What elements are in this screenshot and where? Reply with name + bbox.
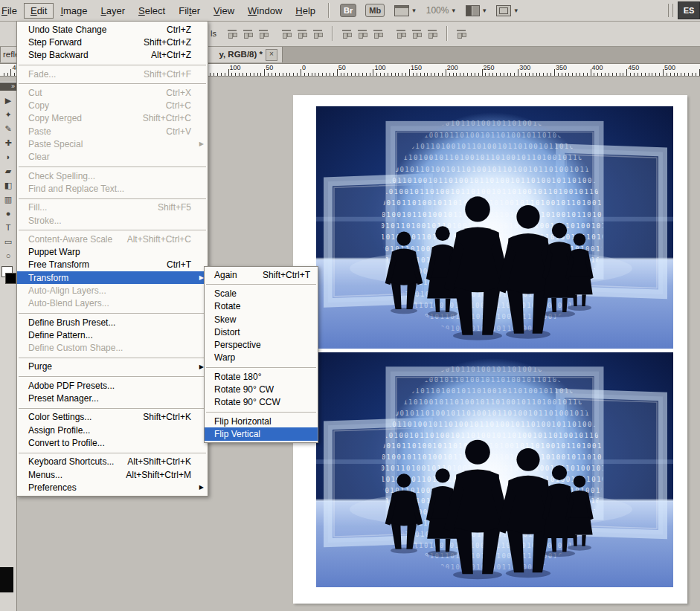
- background-color-swatch[interactable]: [5, 273, 16, 284]
- menu-item-transform[interactable]: Transform▶: [17, 271, 208, 284]
- menu-item-paste-special: Paste Special▶: [17, 138, 208, 150]
- menu-item-again[interactable]: AgainShift+Ctrl+T: [205, 268, 318, 281]
- ruler-tick: [594, 73, 594, 76]
- menu-item-distort[interactable]: Distort: [205, 326, 318, 338]
- type-tool-icon[interactable]: T: [0, 221, 16, 235]
- ruler-tick: [235, 73, 236, 76]
- magic-wand-tool-icon[interactable]: ✦: [0, 108, 16, 122]
- menu-item-perspective[interactable]: Perspective: [205, 338, 318, 351]
- eyedropper-tool-icon[interactable]: ✎: [0, 122, 16, 136]
- bridge-launcher-button[interactable]: Br: [340, 4, 356, 17]
- menu-item-label: Copy Merged: [28, 113, 82, 123]
- screen-mode-dropdown[interactable]: ▾: [496, 5, 518, 16]
- menubar-item-image[interactable]: Image: [54, 3, 94, 19]
- menubar-item-select[interactable]: Select: [132, 3, 172, 19]
- ruler-tick: [402, 73, 402, 76]
- view-extras-dropdown[interactable]: ▾: [394, 5, 416, 16]
- zoom-level-dropdown[interactable]: 100% ▾: [426, 5, 455, 16]
- align-top-edges-icon[interactable]: [227, 28, 238, 39]
- close-tab-icon[interactable]: ×: [266, 49, 277, 61]
- collapse-panel-icon[interactable]: »: [0, 83, 16, 91]
- minibridge-launcher-button[interactable]: Mb: [365, 4, 385, 17]
- menubar-item-view[interactable]: View: [207, 3, 241, 19]
- blur-tool-icon[interactable]: ●: [0, 207, 16, 221]
- menu-item-rotate-90-cw[interactable]: Rotate 90° CW: [205, 383, 318, 395]
- ruler-tick: [492, 73, 493, 76]
- ruler-tick: [489, 73, 489, 76]
- align-vertical-centers-icon[interactable]: [243, 28, 254, 39]
- menu-item-define-brush-preset[interactable]: Define Brush Preset...: [17, 316, 208, 329]
- menu-item-step-forward[interactable]: Step ForwardShift+Ctrl+Z: [17, 36, 208, 48]
- menu-item-preset-manager[interactable]: Preset Manager...: [17, 392, 208, 404]
- menu-item-step-backward[interactable]: Step BackwardAlt+Ctrl+Z: [17, 49, 208, 62]
- ruler-tick: [217, 73, 218, 76]
- menu-item-label: Stroke...: [28, 216, 62, 226]
- menu-separator: [19, 65, 206, 65]
- menu-item-label: Auto-Blend Layers...: [28, 298, 109, 308]
- auto-align-layers-icon[interactable]: [456, 28, 467, 39]
- align-horizontal-centers-icon[interactable]: [297, 28, 308, 39]
- shape-tool-icon[interactable]: ▭: [0, 235, 16, 249]
- ruler-tick: [293, 73, 294, 76]
- menubar-item-window[interactable]: Window: [241, 3, 289, 19]
- align-left-edges-icon[interactable]: [281, 28, 292, 39]
- eraser-tool-icon[interactable]: ◧: [0, 178, 16, 193]
- menu-item-puppet-warp[interactable]: Puppet Warp: [17, 245, 208, 258]
- zoom-tool-icon[interactable]: ○: [0, 249, 16, 263]
- menu-item-keyboard-shortcuts[interactable]: Keyboard Shortcuts...Alt+Shift+Ctrl+K: [17, 456, 208, 468]
- menu-item-flip-vertical[interactable]: Flip Vertical: [205, 427, 318, 440]
- gradient-tool-icon[interactable]: ▥: [0, 193, 16, 207]
- move-tool-icon[interactable]: ▶: [0, 94, 16, 108]
- arrange-documents-dropdown[interactable]: ▾: [466, 5, 487, 16]
- menu-item-flip-horizontal[interactable]: Flip Horizontal: [205, 415, 318, 427]
- healing-brush-tool-icon[interactable]: ✚: [0, 136, 16, 150]
- menu-item-define-pattern[interactable]: Define Pattern...: [17, 329, 208, 341]
- menu-item-assign-profile[interactable]: Assign Profile...: [17, 424, 208, 436]
- menu-item-skew[interactable]: Skew: [205, 313, 318, 326]
- workspace-switcher-button[interactable]: ES: [678, 1, 700, 19]
- distribute-horizontal-centers-icon[interactable]: [411, 28, 423, 39]
- ruler-tick: [539, 73, 540, 76]
- ruler-label: 100: [230, 64, 241, 71]
- menu-item-rotate-90-ccw[interactable]: Rotate 90° CCW: [205, 396, 318, 409]
- menu-item-label: Define Pattern...: [28, 330, 93, 340]
- ruler-tick: [250, 73, 251, 76]
- ruler-tick: [579, 73, 580, 76]
- ruler-tick: [652, 73, 652, 76]
- distribute-bottom-edges-icon[interactable]: [373, 28, 384, 39]
- distribute-top-edges-icon[interactable]: [341, 28, 353, 39]
- distribute-left-edges-icon[interactable]: [396, 28, 407, 39]
- menu-item-purge[interactable]: Purge▶: [17, 361, 208, 373]
- ruler-tick: [384, 73, 385, 76]
- menu-item-free-transform[interactable]: Free TransformCtrl+T: [17, 259, 208, 271]
- menu-item-adobe-pdf-presets[interactable]: Adobe PDF Presets...: [17, 379, 208, 392]
- menubar-divider: [328, 3, 330, 18]
- menu-item-preferences[interactable]: Preferences▶: [17, 481, 208, 494]
- ruler-tick: [341, 73, 341, 76]
- distribute-vertical-centers-icon[interactable]: [357, 28, 368, 39]
- align-right-edges-icon[interactable]: [312, 28, 324, 39]
- menu-item-convert-to-profile[interactable]: Convert to Profile...: [17, 436, 208, 449]
- distribute-right-edges-icon[interactable]: [427, 28, 438, 39]
- menu-item-label: Distort: [214, 327, 240, 337]
- menubar-item-filter[interactable]: Filter: [172, 3, 207, 19]
- menu-item-undo-state-change[interactable]: Undo State ChangeCtrl+Z: [17, 23, 208, 36]
- menu-item-menus[interactable]: Menus...Alt+Shift+Ctrl+M: [17, 468, 208, 481]
- menu-item-scale[interactable]: Scale: [205, 287, 318, 300]
- menu-item-warp[interactable]: Warp: [205, 352, 318, 364]
- menu-item-label: Keyboard Shortcuts...: [28, 456, 114, 467]
- stamp-tool-icon[interactable]: ▰: [0, 164, 16, 178]
- menubar-item-help[interactable]: Help: [289, 3, 322, 19]
- menubar-item-file[interactable]: File: [0, 3, 24, 19]
- menu-item-color-settings[interactable]: Color Settings...Shift+Ctrl+K: [17, 411, 208, 424]
- menu-item-rotate[interactable]: Rotate: [205, 300, 318, 313]
- quick-mask-button[interactable]: [0, 567, 13, 592]
- menubar-item-layer[interactable]: Layer: [94, 3, 132, 19]
- document-canvas[interactable]: 1011010010110100101101001011010010110100…: [293, 95, 687, 604]
- ruler-tick: [638, 73, 638, 76]
- align-bottom-edges-icon[interactable]: [258, 28, 269, 39]
- menubar-item-edit[interactable]: Edit: [24, 3, 54, 19]
- ruler-tick: [326, 73, 327, 76]
- brush-tool-icon[interactable]: ◗: [0, 150, 16, 164]
- menu-item-rotate-180[interactable]: Rotate 180°: [205, 370, 318, 383]
